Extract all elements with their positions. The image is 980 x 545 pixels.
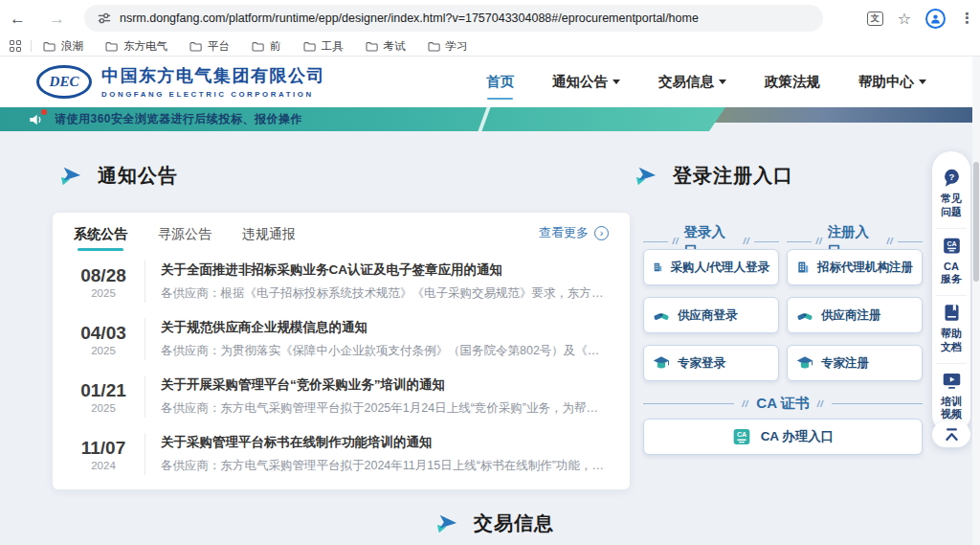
nav-item-help[interactable]: 帮助中心 [858,73,926,91]
handshake-icon [653,307,670,324]
tab-system-notices[interactable]: 系统公告 [74,214,127,252]
bookmark-folder[interactable]: 前 [252,39,281,54]
scrollbar-thumb[interactable] [973,162,979,282]
supplier-login-button[interactable]: 供应商登录 [643,297,779,333]
site-settings-icon [98,11,111,25]
bookmark-folder[interactable]: 学习 [428,39,468,54]
notice-title[interactable]: 关于全面推进非招标采购业务CA认证及电子签章应用的通知 [161,261,609,279]
svg-text:CA: CA [737,431,746,439]
notice-desc: 各供应商：东方电气采购管理平台拟于2024年11月15日上线“标书在线制作”功能… [161,458,609,474]
person-icon [929,12,942,25]
apps-grid-icon[interactable] [10,40,21,52]
bookmark-folder[interactable]: 考试 [366,39,406,54]
back-icon[interactable]: ← [10,11,26,27]
divider [145,318,145,360]
help-docs-shortcut[interactable]: 帮助文档 [936,295,967,363]
site-header: DEC 中国东方电气集团有限公司 DONGFANG ELECTRIC CORPO… [0,57,980,107]
notice-title[interactable]: 关于采购管理平台标书在线制作功能培训的通知 [161,434,609,451]
expert-login-button[interactable]: 专家登录 [643,345,779,381]
notice-date: 11/07 2024 [74,438,133,471]
section-title: 交易信息 [474,511,554,536]
graduation-cap-icon [653,354,670,372]
notice-date: 08/28 2025 [74,265,133,299]
bookmark-folder[interactable]: 工具 [303,39,344,54]
tab-violation-reports[interactable]: 违规通报 [242,214,296,252]
page-scrollbar[interactable] [972,57,980,545]
notice-row[interactable]: 08/28 2025 关于全面推进非招标采购业务CA认证及电子签章应用的通知 各… [53,253,630,310]
address-bar[interactable]: nsrm.dongfang.com/platform/runtime/epp/d… [84,5,823,32]
graduation-cap-icon [796,354,813,372]
notice-title[interactable]: 关于开展采购管理平台“竞价采购业务”培训的通知 [161,376,609,394]
nav-item-trade[interactable]: 交易信息 [658,73,726,91]
bookmark-folder[interactable]: 浪潮 [43,39,83,54]
notice-row[interactable]: 11/07 2024 关于采购管理平台标书在线制作功能培训的通知 各供应商：东方… [53,425,630,483]
svg-text:?: ? [948,171,954,182]
bookmark-star-icon[interactable]: ☆ [898,10,911,28]
video-icon [942,371,962,391]
dec-logo[interactable]: DEC [36,65,92,99]
notice-card: 系统公告 寻源公告 违规通报 查看更多 › 08/28 2025 关于全面推进非… [53,213,630,489]
notice-desc: 各供应商：根据《电子招标投标系统技术规范》《电子采购交易规范》要求，东方电气采购… [161,285,609,302]
bookmarks-divider [31,40,32,52]
company-name-cn: 中国东方电气集团有限公司 [101,64,325,87]
supplier-register-button[interactable]: 供应商注册 [787,297,923,333]
building-icon [653,259,663,276]
ca-badge-icon: CA [732,427,751,446]
bookmarks-bar: 浪潮 东方电气 平台 前 工具 考试 学习 [0,36,980,57]
view-more-link[interactable]: 查看更多 › [539,224,609,241]
notice-date: 04/03 2025 [74,323,133,356]
svg-text:CA: CA [947,239,956,246]
notice-desc: 各供应商：东方电气采购管理平台拟于2025年1月24日上线“竞价采购”业务，为帮… [161,400,609,417]
folder-icon [43,41,56,52]
notice-title[interactable]: 关于规范供应商企业规模信息的通知 [161,319,609,336]
folder-icon [189,41,202,52]
company-name-en: DONGFANG ELECTRIC CORPORATION [101,90,325,99]
nav-item-notices[interactable]: 通知公告 [552,73,620,91]
folder-icon [252,41,264,52]
bookmark-folder[interactable]: 平台 [189,39,230,54]
tab-sourcing-notices[interactable]: 寻源公告 [158,214,212,252]
ca-cert-header: // CA 证书 // [643,395,923,413]
url-text: nsrm.dongfang.com/platform/runtime/epp/d… [120,11,699,25]
bidding-agency-register-button[interactable]: 招标代理机构注册 [787,249,923,285]
profile-avatar[interactable] [925,9,946,29]
nav-item-policies[interactable]: 政策法规 [765,73,820,91]
section-title: 通知公告 [98,163,178,189]
floating-help-widget: ? 常见问题 CA CA服务 帮助文档 [932,151,970,434]
chrome-menu-icon[interactable]: ⋮ [960,10,974,27]
notice-date: 01/21 2025 [74,380,133,414]
notice-row[interactable]: 01/21 2025 关于开展采购管理平台“竞价采购业务”培训的通知 各供应商：… [53,368,630,425]
folder-icon [303,41,316,52]
training-videos-shortcut[interactable]: 培训视频 [936,363,967,431]
chevron-right-circle-icon: › [594,226,609,240]
buyer-agent-login-button[interactable]: 采购人/代理人登录 [643,249,779,285]
faq-shortcut[interactable]: ? 常见问题 [936,161,967,228]
folder-icon [428,41,440,52]
ca-service-shortcut[interactable]: CA CA服务 [936,228,967,296]
notice-desc: 各供应商：为贯彻落实《保障中小企业款项支付条例》（国务院令第802号）及《中小企… [161,343,609,359]
building-icon [796,259,810,276]
translate-icon[interactable]: 文 [867,11,883,26]
section-arrow-icon [59,166,82,187]
question-bubble-icon: ? [942,168,962,188]
expert-register-button[interactable]: 专家注册 [787,345,923,381]
main-nav: 首页 通知公告 交易信息 政策法规 帮助中心 [486,57,926,107]
bookmark-folder[interactable]: 东方电气 [105,39,167,54]
notice-tabs: 系统公告 寻源公告 违规通报 查看更多 › [53,213,630,253]
notification-dot [41,109,47,115]
ca-entry-button[interactable]: CA CA 办理入口 [643,419,923,455]
collapse-widget-button[interactable] [932,421,970,447]
divider [145,261,145,303]
ca-card-icon: CA [942,236,962,256]
chevron-down-icon [612,79,620,84]
chevron-down-icon [719,79,726,84]
section-title: 登录注册入口 [673,163,793,189]
company-name-block: 中国东方电气集团有限公司 DONGFANG ELECTRIC CORPORATI… [101,64,325,99]
forward-icon[interactable]: → [49,11,65,27]
section-arrow-icon [635,166,657,187]
section-arrow-icon [435,513,458,534]
divider [145,375,145,418]
nav-item-home[interactable]: 首页 [486,73,514,91]
entry-button-grid: 采购人/代理人登录 招标代理机构注册 供应商登录 [643,249,923,381]
notice-row[interactable]: 04/03 2025 关于规范供应商企业规模信息的通知 各供应商：为贯彻落实《保… [53,310,630,368]
